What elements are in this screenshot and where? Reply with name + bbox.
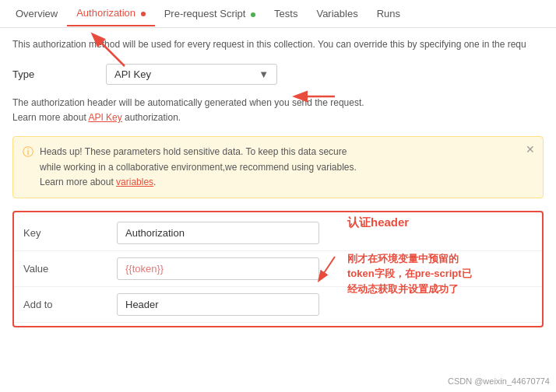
pre-request-dot bbox=[251, 12, 255, 17]
warning-icon: ⓘ bbox=[23, 145, 33, 159]
page-wrapper: Overview Authorization Pre-request Scrip… bbox=[0, 0, 556, 392]
api-key-link[interactable]: API Key bbox=[88, 112, 121, 123]
tab-variables[interactable]: Variables bbox=[307, 2, 367, 26]
chevron-down-icon: ▼ bbox=[259, 68, 269, 80]
type-value: API Key bbox=[114, 68, 151, 80]
annotation-token-label: 刚才在环境变量中预留的token字段，在pre-script已经动态获取并设置成… bbox=[347, 251, 472, 297]
key-input[interactable] bbox=[117, 222, 319, 244]
tab-authorization[interactable]: Authorization bbox=[67, 1, 155, 26]
annotation-header-label: 认证header bbox=[347, 215, 409, 230]
key-field-row: Key bbox=[14, 215, 542, 251]
variables-link[interactable]: variables bbox=[116, 177, 153, 187]
warning-box: ⓘ Heads up! These parameters hold sensit… bbox=[12, 136, 544, 198]
warning-text: Heads up! These parameters hold sensitiv… bbox=[40, 145, 357, 190]
value-label: Value bbox=[23, 263, 117, 275]
tab-tests[interactable]: Tests bbox=[265, 2, 307, 26]
add-to-label: Add to bbox=[23, 299, 117, 310]
tab-overview[interactable]: Overview bbox=[6, 2, 67, 26]
watermark: CSDN @weixin_44670774 bbox=[448, 376, 550, 386]
collection-info-text: This authorization method will be used f… bbox=[12, 37, 544, 51]
value-input[interactable] bbox=[117, 257, 319, 280]
type-dropdown[interactable]: API Key ▼ bbox=[106, 64, 277, 85]
tab-bar: Overview Authorization Pre-request Scrip… bbox=[0, 0, 556, 28]
main-content: This authorization method will be used f… bbox=[0, 28, 556, 337]
add-to-input[interactable] bbox=[117, 293, 319, 316]
tab-runs[interactable]: Runs bbox=[368, 2, 410, 26]
key-label: Key bbox=[23, 227, 117, 239]
close-icon[interactable]: ✕ bbox=[526, 143, 535, 156]
authorization-dot bbox=[141, 12, 146, 16]
type-row: Type API Key ▼ bbox=[12, 64, 544, 85]
type-label: Type bbox=[12, 68, 106, 80]
auth-info-text: The authorization header will be automat… bbox=[12, 96, 544, 125]
fields-container: Key Value Add to bbox=[12, 211, 544, 327]
tab-pre-request-script[interactable]: Pre-request Script bbox=[155, 2, 265, 26]
